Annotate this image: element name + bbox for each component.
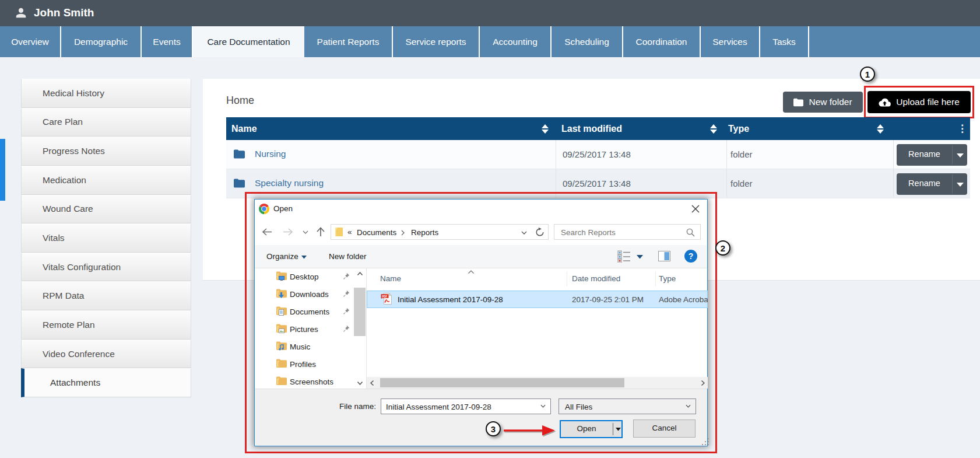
svg-text:PDF: PDF bbox=[382, 295, 387, 298]
